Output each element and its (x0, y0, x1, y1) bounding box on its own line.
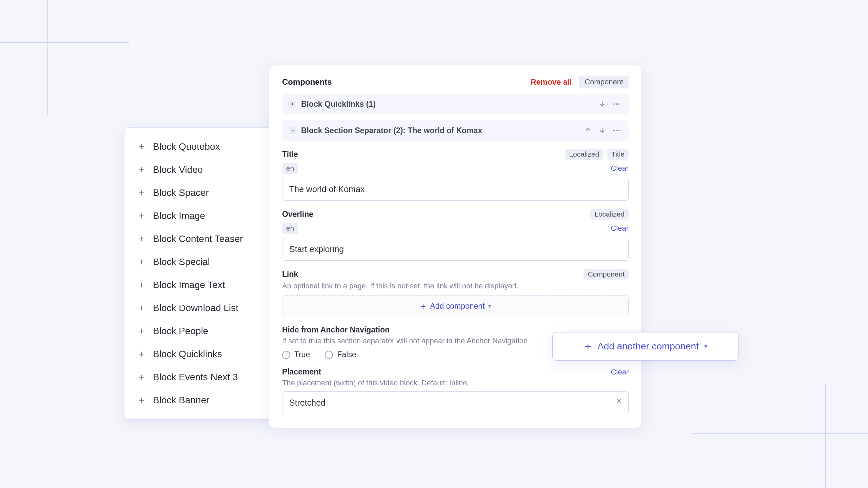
field-type-pill: Title (607, 149, 629, 160)
block-type-label: Block Image Text (153, 280, 225, 290)
block-type-item-events-next-3[interactable]: Block Events Next 3 (124, 366, 273, 389)
slot-name: Block Section Separator (2): The world o… (301, 126, 578, 135)
component-slot-section-separator[interactable]: Block Section Separator (2): The world o… (282, 120, 629, 141)
component-pill: Component (584, 269, 629, 280)
plus-icon (138, 327, 145, 335)
plus-icon (138, 396, 145, 404)
add-component-button[interactable]: Add component ▾ (282, 295, 629, 317)
component-editor-panel: Components Remove all Component Block Qu… (269, 65, 642, 428)
plus-icon (138, 143, 145, 150)
slot-name: Block Quicklinks (1) (301, 100, 593, 109)
block-type-label: Block Events Next 3 (153, 372, 238, 383)
block-type-item-image-text[interactable]: Block Image Text (124, 273, 273, 297)
placement-select[interactable] (282, 391, 629, 414)
block-type-item-download-list[interactable]: Block Download List (124, 297, 273, 320)
plus-icon (138, 258, 145, 266)
localized-pill: Localized (590, 209, 629, 220)
svg-point-2 (618, 103, 619, 105)
radio-icon (282, 351, 290, 359)
remove-all-button[interactable]: Remove all (531, 78, 572, 87)
plus-icon (138, 166, 145, 174)
more-menu-icon[interactable] (612, 99, 621, 109)
block-type-item-video[interactable]: Block Video (124, 158, 273, 181)
editor-title: Components (282, 77, 332, 87)
caret-right-icon (290, 101, 296, 107)
component-type-pill: Component (579, 76, 629, 88)
block-type-label: Block Quotebox (153, 141, 220, 152)
decorative-grid-bottom-right (685, 369, 868, 488)
block-type-item-image[interactable]: Block Image (124, 204, 273, 227)
overline-input[interactable] (282, 238, 629, 261)
plus-icon (138, 235, 145, 243)
clear-select-icon[interactable] (615, 397, 623, 405)
chevron-down-icon: ▾ (704, 343, 707, 350)
svg-point-5 (618, 130, 619, 131)
block-type-label: Block People (153, 326, 208, 337)
block-type-item-special[interactable]: Block Special (124, 250, 273, 273)
svg-point-3 (613, 130, 615, 131)
move-up-icon[interactable] (583, 126, 593, 135)
move-down-icon[interactable] (597, 99, 607, 109)
block-type-item-banner[interactable]: Block Banner (124, 389, 273, 412)
block-type-label: Block Video (153, 164, 203, 175)
plus-icon (138, 304, 145, 312)
locale-chip[interactable]: en (282, 223, 298, 234)
block-type-label: Block Special (153, 257, 210, 267)
plus-icon (420, 303, 427, 310)
field-overline: Overline Localized en Clear (282, 209, 629, 261)
editor-header: Components Remove all Component (282, 76, 629, 88)
svg-point-4 (616, 130, 617, 131)
field-label: Title (282, 150, 298, 159)
block-type-label: Block Content Teaser (153, 233, 243, 244)
field-link: Link Component An optional link to a pag… (282, 269, 629, 317)
field-placement: Placement Clear The placement (width) of… (282, 367, 629, 414)
clear-button[interactable]: Clear (611, 368, 629, 377)
block-type-label: Block Quicklinks (153, 349, 222, 360)
field-label: Placement (282, 367, 321, 377)
add-another-label: Add another component (597, 341, 699, 352)
radio-icon (325, 351, 333, 359)
plus-icon (584, 342, 592, 350)
plus-icon (138, 281, 145, 289)
plus-icon (138, 373, 145, 381)
locale-chip[interactable]: en (282, 163, 298, 174)
block-type-label: Block Banner (153, 395, 210, 406)
svg-point-1 (616, 103, 617, 105)
radio-label: True (294, 350, 310, 359)
field-help: The placement (width) of this video bloc… (282, 379, 629, 387)
plus-icon (138, 189, 145, 197)
move-down-icon[interactable] (597, 126, 607, 135)
block-type-label: Block Spacer (153, 187, 209, 198)
field-label: Overline (282, 210, 313, 219)
add-component-label: Add component (430, 302, 485, 311)
block-type-item-quotebox[interactable]: Block Quotebox (124, 135, 273, 158)
block-type-menu: Block Quotebox Block Video Block Spacer … (124, 127, 273, 420)
chevron-down-icon: ▾ (488, 303, 491, 309)
localized-pill: Localized (565, 149, 603, 160)
component-slot-quicklinks[interactable]: Block Quicklinks (1) (282, 94, 629, 114)
block-type-item-spacer[interactable]: Block Spacer (124, 181, 273, 204)
plus-icon (138, 212, 145, 220)
plus-icon (138, 350, 145, 358)
radio-false[interactable]: False (325, 350, 356, 359)
block-type-item-quicklinks[interactable]: Block Quicklinks (124, 343, 273, 366)
block-type-label: Block Download List (153, 303, 238, 313)
add-another-component-button[interactable]: Add another component ▾ (552, 332, 739, 361)
field-title: Title Localized Title en Clear (282, 149, 629, 201)
caret-down-icon (290, 127, 296, 134)
block-type-label: Block Image (153, 210, 205, 221)
more-menu-icon[interactable] (612, 126, 621, 135)
field-help: An optional link to a page. If this is n… (282, 282, 629, 290)
radio-label: False (337, 350, 356, 359)
svg-point-0 (613, 103, 615, 105)
clear-button[interactable]: Clear (611, 224, 629, 233)
clear-button[interactable]: Clear (611, 164, 629, 173)
title-input[interactable] (282, 178, 629, 201)
decorative-grid-top-left (0, 0, 136, 108)
block-type-item-people[interactable]: Block People (124, 320, 273, 343)
field-label: Link (282, 270, 298, 279)
block-type-item-content-teaser[interactable]: Block Content Teaser (124, 227, 273, 250)
radio-true[interactable]: True (282, 350, 310, 359)
